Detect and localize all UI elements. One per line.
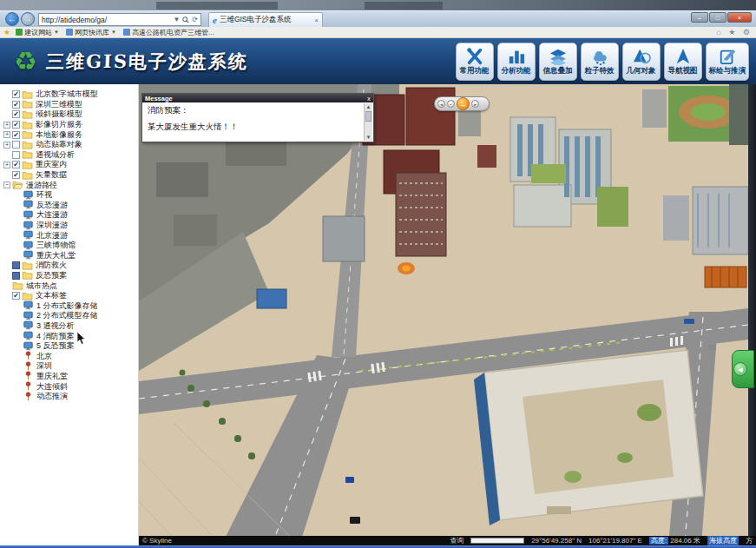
tree-item[interactable]: 深圳漫游 [0,221,138,231]
tree-item[interactable]: ✔矢量数据 [0,170,138,181]
toolbar-button-bar-chart[interactable]: 分析功能 [497,43,536,81]
playback-stop-button[interactable]: ▪ [447,100,455,108]
tree-checkbox[interactable]: ✔ [12,121,20,129]
map-viewport[interactable]: Message x 消防预案： 某大厦发生重大火情！！ ▲▼ ◂ ▪ → ▸ [139,84,748,545]
tree-item[interactable]: ✔倾斜摄影模型 [0,109,138,120]
back-button[interactable]: ← [5,12,19,26]
tree-checkbox[interactable] [12,141,20,149]
status-bar: © Skyline 查询 29°56'49.258" N 106°21'19.8… [139,536,756,545]
tree-item[interactable]: ✔深圳三维模型 [0,100,138,110]
tree-item[interactable]: +动态贴靠对象 [0,140,138,150]
toolbar-button-particles[interactable]: 粒子特效 [581,43,619,81]
tree-item[interactable]: 反恐漫游 [0,201,138,211]
url-text[interactable]: http://atidedemo/ga/ [42,16,173,24]
close-button[interactable]: × [727,12,752,23]
favorites-item[interactable]: 网页快讯库▼ [66,28,116,37]
load-progress-bar [470,538,524,544]
city-3d-scene[interactable] [139,84,748,545]
tree-checkbox[interactable]: ✔ [12,110,20,118]
message-scrollbar[interactable]: ▲▼ [364,103,372,141]
tree-item[interactable]: ✔北京数字城市模型 [0,89,138,100]
message-box-titlebar[interactable]: Message x [142,94,373,102]
tree-item[interactable]: 城市热点 [0,281,138,291]
tree-checkbox[interactable]: ✔ [12,101,20,109]
tree-item[interactable]: ✔文本标签 [0,291,138,301]
maximize-button[interactable]: □ [709,12,726,23]
minimize-button[interactable]: – [691,12,708,23]
tree-item[interactable]: 环视 [0,190,138,201]
message-close-icon[interactable]: x [367,96,371,102]
monitor-icon [23,331,35,341]
favorites-star-icon[interactable]: ★ [3,28,10,36]
tab-close-icon[interactable]: × [314,17,319,24]
toolbar-button-tools[interactable]: 常用功能 [456,43,494,81]
chevron-down-icon[interactable]: ▼ [54,30,59,35]
side-panel-handle[interactable]: ◀ [732,350,754,388]
tree-checkbox[interactable] [12,261,20,269]
address-bar[interactable]: http://atidedemo/ga/ ▼ ⟳ [38,13,201,26]
refresh-icon[interactable]: ⟳ [192,16,198,23]
tree-item[interactable]: +✔本地影像服务 [0,129,138,140]
layer-tree-panel: ✔北京数字城市模型✔深圳三维模型✔倾斜摄影模型+✔影像切片服务+✔本地影像服务+… [0,84,139,545]
tree-checkbox[interactable]: ✔ [12,161,20,168]
search-icon[interactable] [182,17,189,23]
favorites-item[interactable]: 建议网站▼ [16,28,59,37]
url-dropdown-icon[interactable]: ▼ [173,16,180,23]
message-line: 消防预案： [148,105,361,116]
tree-item[interactable]: 大连倾斜 [0,381,138,392]
message-line: 某大厦发生重大火情！！ [148,122,361,133]
tree-item[interactable]: 4 消防预案 [0,331,138,341]
toolbar-button-navigation[interactable]: 导航视图 [664,43,702,81]
playback-play-button[interactable]: → [457,97,470,110]
playback-next-button[interactable]: ▸ [471,100,479,108]
tree-checkbox[interactable]: ✔ [12,292,20,300]
tree-checkbox[interactable]: ✔ [12,90,20,98]
toolbar-button-plot[interactable]: 标绘与推演 [706,43,750,81]
toolbar-button-label: 标绘与推演 [709,66,746,76]
panel-handle-icon: ◀ [733,362,747,376]
tree-item[interactable]: 三峡博物馆 [0,241,138,251]
message-box-title: Message [145,95,173,102]
tree-checkbox[interactable]: ✔ [12,171,20,179]
tree-item[interactable]: 大连漫游 [0,210,138,221]
tree-item[interactable]: 3 通视分析 [0,321,138,332]
folder-icon [22,99,34,109]
desktop-window-fragment [156,2,278,10]
toolbar-button-geometry[interactable]: 几何对象 [622,43,661,81]
tree-item[interactable]: 2 分布式模型存储 [0,311,138,321]
chevron-down-icon[interactable]: ▼ [111,30,116,35]
tree-checkbox[interactable]: ✔ [12,131,20,139]
playback-prev-button[interactable]: ◂ [437,100,445,108]
expand-plus-icon[interactable]: + [3,131,10,138]
tree-item[interactable]: 通视域分析 [0,150,138,161]
expand-plus-icon[interactable]: + [3,162,10,168]
browser-tab[interactable]: e 三维GIS电子沙盘系统 × [208,12,323,27]
tree-item[interactable]: 动态推演 [0,392,138,402]
tree-item[interactable]: 北京 [0,351,138,361]
favorites-item[interactable]: 高速公路机电资产三维管... [123,28,214,37]
geometry-icon [632,47,651,66]
tree-item[interactable]: 重庆礼堂 [0,372,138,382]
expand-plus-icon[interactable]: + [3,142,10,149]
tree-item[interactable]: 反恐预案 [0,271,138,281]
collapse-minus-icon[interactable]: − [3,182,10,188]
tree-item[interactable]: 北京漫游 [0,230,138,241]
tree-item[interactable]: +✔重庆室内 [0,160,138,170]
tree-item[interactable]: 消防救火 [0,261,138,271]
tree-item-label[interactable]: 动态推演 [36,391,68,402]
bar-chart-icon [507,47,526,66]
expand-plus-icon[interactable]: + [3,122,10,129]
browser-home-star-gear-icons[interactable]: ⌂ ★ ⚙ [716,28,753,36]
folder-icon [22,89,34,100]
scrollbar-thumb[interactable] [365,111,371,122]
tree-item[interactable]: 1 分布式影像存储 [0,300,138,311]
toolbar-button-layers[interactable]: 信息叠加 [539,43,577,81]
tree-item[interactable]: +✔影像切片服务 [0,120,138,130]
tree-item[interactable]: 重庆大礼堂 [0,251,138,261]
tree-item[interactable]: 5 反恐预案 [0,341,138,352]
tree-item[interactable]: −漫游路径 [0,180,138,190]
forward-button[interactable]: → [21,12,35,26]
tree-checkbox[interactable] [12,151,20,159]
tree-checkbox[interactable] [12,272,20,280]
tree-item[interactable]: 深圳 [0,361,138,372]
